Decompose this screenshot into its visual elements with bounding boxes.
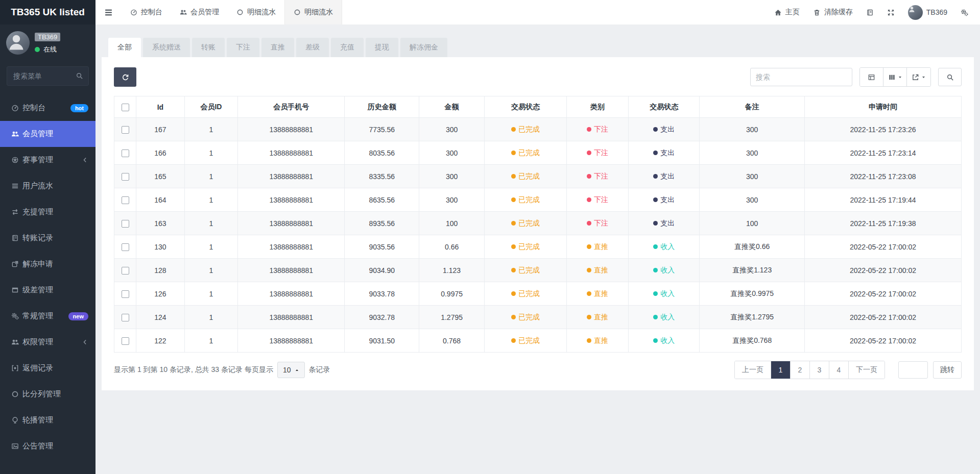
columns-button[interactable]: [883, 68, 907, 86]
status-dot: [653, 174, 658, 179]
cell-member-id: 1: [184, 329, 238, 353]
filter-tab-all[interactable]: 全部: [108, 38, 141, 57]
status-dot: [653, 291, 658, 296]
filter-tab-transfer[interactable]: 转账: [192, 38, 225, 57]
row-checkbox[interactable]: [122, 173, 129, 181]
row-checkbox[interactable]: [122, 220, 129, 228]
log-button[interactable]: [859, 0, 880, 24]
cell-direction: 支出: [628, 118, 699, 141]
cell-time: 2022-11-25 17:19:44: [805, 188, 962, 212]
row-checkbox[interactable]: [122, 337, 129, 345]
sidebar-item-deposit-withdraw[interactable]: 充提管理: [0, 199, 95, 225]
select-all-checkbox[interactable]: [122, 104, 129, 111]
trash-icon: [813, 9, 821, 16]
cell-time: 2022-05-22 17:00:02: [805, 259, 962, 282]
status-dot: [587, 244, 591, 249]
page-size-value: 10: [283, 366, 291, 374]
detail-view-button[interactable]: [860, 68, 883, 86]
row-checkbox[interactable]: [122, 243, 129, 251]
cell-remark: 直推奖0.9975: [700, 282, 805, 306]
table-toolbar: [114, 67, 962, 87]
sidebar-item-carousel[interactable]: 轮播管理: [0, 407, 95, 433]
users-icon: [11, 338, 22, 346]
page-button-4[interactable]: 4: [829, 361, 849, 379]
sidebar-item-unfreeze-requests[interactable]: 解冻申请: [0, 251, 95, 277]
filter-tab-bet[interactable]: 下注: [227, 38, 259, 57]
filter-tab-level-diff[interactable]: 差级: [296, 38, 329, 57]
clear-cache-button[interactable]: 清除缓存: [806, 0, 859, 24]
row-checkbox[interactable]: [122, 126, 129, 134]
data-panel: Id会员ID会员手机号历史金额金额交易状态类别交易状态备注申请时间 167113…: [102, 57, 974, 390]
row-checkbox[interactable]: [122, 267, 129, 275]
page-size-dropdown[interactable]: 10: [277, 362, 305, 378]
sidebar-item-score-list[interactable]: 比分列管理: [0, 381, 95, 407]
row-checkbox[interactable]: [122, 290, 129, 298]
cell-category: 直推: [566, 329, 628, 353]
sidebar-item-matches[interactable]: 赛事管理: [0, 147, 95, 173]
navbar-right: 主页 清除缓存 TB369: [768, 0, 980, 24]
export-button[interactable]: [907, 68, 930, 86]
page-button-3[interactable]: 3: [810, 361, 829, 379]
sidebar-item-members[interactable]: 会员管理: [0, 121, 95, 147]
cell-remark: 300: [700, 188, 805, 212]
nav-tab-dashboard[interactable]: 控制台: [122, 0, 171, 24]
sidebar-item-transfer-records[interactable]: 转账记录: [0, 225, 95, 251]
settings-button[interactable]: [954, 0, 975, 24]
sidebar-item-user-flow[interactable]: 用户流水: [0, 173, 95, 199]
next-page-button[interactable]: 下一页: [849, 361, 885, 379]
row-checkbox[interactable]: [122, 314, 129, 321]
sidebar-item-permissions[interactable]: 权限管理: [0, 329, 95, 355]
filter-tab-withdraw[interactable]: 提现: [366, 38, 398, 57]
sidebar-item-dashboard[interactable]: 控制台hot: [0, 95, 95, 121]
cell-remark: 直推奖0.66: [700, 235, 805, 259]
filter-tab-unfreeze-commission[interactable]: 解冻佣金: [400, 38, 447, 57]
nav-tab-members[interactable]: 会员管理: [171, 0, 228, 24]
expand-icon: [887, 9, 895, 16]
cell-remark: 300: [700, 165, 805, 188]
search-button[interactable]: [938, 68, 962, 86]
sidebar-item-general[interactable]: 常规管理new: [0, 303, 95, 329]
filter-tab-direct-referral[interactable]: 直推: [261, 38, 294, 57]
cell-phone: 13888888881: [238, 235, 345, 259]
home-link[interactable]: 主页: [768, 0, 806, 24]
refresh-button[interactable]: [114, 67, 136, 87]
circle-icon: [11, 390, 22, 398]
page-button-2[interactable]: 2: [791, 361, 810, 379]
sidebar-item-rebate-records[interactable]: 返佣记录: [0, 355, 95, 381]
sidebar-search: [7, 66, 89, 86]
row-checkbox[interactable]: [122, 149, 129, 157]
status-dot: [511, 338, 516, 343]
row-checkbox[interactable]: [122, 196, 129, 204]
fullscreen-button[interactable]: [880, 0, 901, 24]
page-button-1[interactable]: 1: [771, 361, 791, 379]
user-status-label: 在线: [43, 45, 57, 54]
cell-checkbox: [114, 329, 136, 353]
cell-direction: 支出: [628, 165, 699, 188]
cell-direction: 支出: [628, 188, 699, 212]
image-icon: [11, 442, 22, 450]
cell-phone: 13888888881: [238, 306, 345, 329]
table-search-input[interactable]: [750, 68, 852, 86]
toolbar-right: [750, 67, 962, 87]
cell-phone: 13888888881: [238, 118, 345, 141]
export-icon: [912, 73, 919, 81]
nav-tab-flow-detail-2[interactable]: 明细流水: [284, 0, 342, 24]
pagination: 上一页1234下一页 跳转: [734, 361, 962, 379]
nav-tab-flow-detail-1[interactable]: 明细流水: [228, 0, 284, 24]
prev-page-button[interactable]: 上一页: [735, 361, 771, 379]
page-jump-button[interactable]: 跳转: [933, 361, 962, 379]
cell-history-amount: 9034.90: [345, 259, 419, 282]
sidebar-item-level-diff[interactable]: 级差管理: [0, 277, 95, 303]
page-jump-input[interactable]: [898, 361, 928, 379]
status-dot: [653, 197, 658, 202]
user-menu[interactable]: TB369: [901, 0, 954, 24]
sidebar-toggle-button[interactable]: [95, 0, 122, 24]
sidebar-item-announcements[interactable]: 公告管理: [0, 433, 95, 459]
book-icon: [11, 234, 22, 242]
cell-category: 下注: [566, 212, 628, 235]
sidebar-item-label: 级差管理: [22, 285, 88, 295]
filter-tab-system-gift[interactable]: 系统赠送: [143, 38, 190, 57]
table-row: 1631138888888818935.56100已完成下注支出1002022-…: [114, 212, 962, 235]
filter-tab-deposit[interactable]: 充值: [331, 38, 364, 57]
cell-amount: 0.9975: [419, 282, 485, 306]
